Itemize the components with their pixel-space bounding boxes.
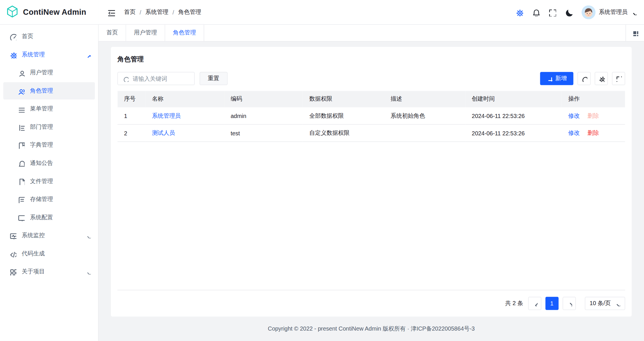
notifications-button[interactable] [529,5,542,19]
breadcrumb-item-home[interactable]: 首页 [124,8,136,16]
col-index: 序号 [118,91,146,107]
sidebar-item-label: 通知公告 [30,160,53,167]
moon-icon [564,8,572,16]
sidebar-item-menu-management[interactable]: 菜单管理 [3,100,95,118]
sidebar-item-about[interactable]: 关于项目 [3,263,95,281]
cell-index: 1 [118,107,146,124]
chevron-down-icon [85,233,91,239]
breadcrumb-separator: / [140,9,141,16]
menu-collapse-icon [107,8,115,16]
col-code: 编码 [224,91,303,107]
fullscreen-button[interactable] [545,5,558,19]
list-icon [17,105,25,113]
refresh-button[interactable] [578,72,591,85]
app-layout: ContiNew Admin 首页 / 系统管理 / 角色管理 [0,0,644,341]
sidebar-item-dict-management[interactable]: 字典管理 [3,137,95,154]
plus-icon [547,76,552,82]
reset-button[interactable]: 重置 [200,72,228,85]
delete-link[interactable]: 删除 [587,129,599,136]
sidebar-item-label: 关于项目 [22,268,45,276]
edit-link[interactable]: 修改 [568,129,580,136]
sidebar-item-notice[interactable]: 通知公告 [3,155,95,172]
sidebar-item-code-generation[interactable]: 代码生成 [3,245,95,262]
table-row: 2 测试人员 test 自定义数据权限 2024-06-11 22:53:26 … [118,124,625,142]
app-logo: ContiNew Admin [0,0,99,25]
breadcrumb-item-role[interactable]: 角色管理 [178,8,201,16]
user-menu[interactable]: 系统管理员 [582,5,636,19]
breadcrumb-item-system[interactable]: 系统管理 [145,8,168,16]
sidebar-item-label: 文件管理 [30,178,53,185]
col-actions: 操作 [562,91,625,107]
table-fullscreen-button[interactable] [612,72,625,85]
cell-created-at: 2024-06-11 22:53:26 [465,107,562,124]
role-name-link[interactable]: 系统管理员 [152,112,181,119]
avatar [582,5,595,19]
main-area: 首页 用户管理 角色管理 角色管理 [99,25,644,341]
sidebar-item-file-management[interactable]: 文件管理 [3,173,95,190]
book-icon [17,141,25,149]
cell-code: admin [224,107,303,124]
add-button[interactable]: 新增 [540,72,573,85]
pagination-total: 共 2 条 [505,300,523,307]
add-button-label: 新增 [555,75,567,82]
storage-icon [17,196,25,203]
user-icon [17,69,25,77]
sidebar-item-dept-management[interactable]: 部门管理 [3,118,95,136]
chevron-up-icon [85,52,91,58]
monitor-icon [9,232,16,239]
sidebar-collapse-button[interactable] [104,5,117,19]
sidebar-item-user-management[interactable]: 用户管理 [3,64,95,82]
user-name: 系统管理员 [599,8,628,16]
dark-mode-toggle[interactable] [562,5,575,19]
sidebar-item-label: 菜单管理 [30,105,53,113]
delete-link: 删除 [587,112,599,119]
users-icon [17,87,25,95]
page-size-value: 10 条/页 [590,300,611,307]
sidebar-item-label: 系统管理 [22,51,45,58]
pagination-prev-button[interactable] [528,297,541,310]
bell-icon [531,8,539,16]
edit-link[interactable]: 修改 [568,112,580,119]
col-description: 描述 [384,91,465,107]
sidebar-item-system-config[interactable]: 系统配置 [3,209,95,226]
role-name-link[interactable]: 测试人员 [152,129,175,136]
search-icon [122,75,129,82]
sidebar-item-storage-management[interactable]: 存储管理 [3,191,95,208]
footer: Copyright © 2022 - present ContiNew Admi… [99,317,644,341]
theme-settings-button[interactable] [513,5,526,19]
col-name: 名称 [145,91,224,107]
sidebar-item-label: 用户管理 [30,69,53,77]
bell-icon [17,160,25,167]
cell-index: 2 [118,124,146,142]
pagination-page-1[interactable]: 1 [545,297,558,310]
col-created-at: 创建时间 [465,91,562,107]
tab-options-button[interactable] [626,25,644,41]
table-row: 1 系统管理员 admin 全部数据权限 系统初始角色 2024-06-11 2… [118,107,625,124]
file-icon [17,178,25,185]
chevron-down-icon [85,269,91,275]
sidebar-item-label: 部门管理 [30,123,53,131]
search-input[interactable] [132,75,190,82]
pagination-next-button[interactable] [563,297,576,310]
cell-scope: 全部数据权限 [303,107,384,124]
sidebar-item-label: 字典管理 [30,141,53,149]
column-settings-button[interactable] [595,72,608,85]
top-header: 首页 / 系统管理 / 角色管理 [99,0,644,25]
tab-home[interactable]: 首页 [99,25,126,41]
role-management-card: 角色管理 重置 [111,47,632,317]
page-content: 角色管理 重置 [99,42,644,317]
page-size-select[interactable]: 10 条/页 [585,297,625,310]
tab-role-management[interactable]: 角色管理 [165,25,204,41]
sidebar-item-system-management[interactable]: 系统管理 [3,46,95,63]
sidebar-item-role-management[interactable]: 角色管理 [3,82,95,99]
sidebar-item-label: 系统监控 [22,232,45,239]
sidebar-item-system-monitor[interactable]: 系统监控 [3,227,95,244]
tab-user-management[interactable]: 用户管理 [126,25,165,41]
cell-description: 系统初始角色 [384,107,465,124]
table-actions: 新增 [540,72,625,85]
page-tabs: 首页 用户管理 角色管理 [99,25,644,41]
sidebar-item-home[interactable]: 首页 [3,28,95,45]
grid-icon [632,30,638,36]
col-scope: 数据权限 [303,91,384,107]
gear-icon [515,8,523,16]
